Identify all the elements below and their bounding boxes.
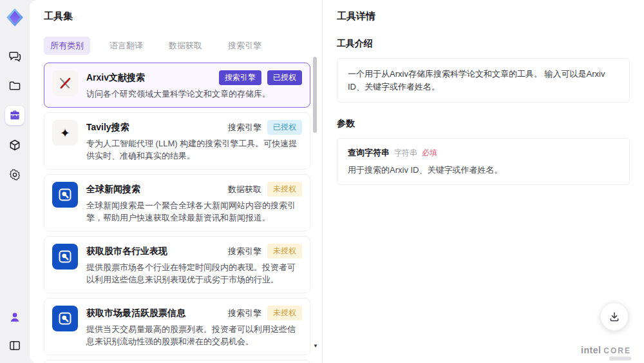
badge-group: 搜索引擎 未授权 bbox=[228, 306, 302, 320]
tool-card-regional-news[interactable]: 万维地区新闻查询 搜索引擎 未授权 查询具体行政区划内的新闻，快速了解各地新闻动 bbox=[44, 360, 310, 363]
card-body: Tavily搜索 搜索引擎 已授权 专为人工智能代理 (LLM) 构建的搜索引擎… bbox=[86, 120, 302, 162]
page-title: 工具集 bbox=[44, 10, 310, 23]
tool-name: Arxiv文献搜索 bbox=[86, 72, 145, 84]
download-button[interactable] bbox=[600, 302, 629, 331]
tab-search-engine[interactable]: 搜索引擎 bbox=[222, 37, 268, 55]
scrollbar-thumb[interactable] bbox=[313, 57, 317, 133]
toolbox-icon[interactable] bbox=[5, 106, 24, 125]
param-required-badge: 必填 bbox=[422, 148, 437, 159]
tool-name: 获取市场最活跃股票信息 bbox=[86, 308, 185, 319]
tool-list-panel: 工具集 所有类别 语言翻译 数据获取 搜索引擎 bbox=[30, 0, 322, 363]
badge-group: 搜索引擎 未授权 bbox=[228, 244, 302, 259]
card-body: 获取市场最活跃股票信息 搜索引擎 未授权 提供当天交易量最高的股票列表。投资者可… bbox=[86, 306, 302, 348]
sidebar-nav bbox=[5, 46, 24, 184]
news-search-logo-icon bbox=[52, 306, 78, 331]
app-logo-icon bbox=[4, 6, 26, 28]
auth-status-badge: 未授权 bbox=[267, 306, 302, 320]
tool-detail-panel: 工具详情 工具介绍 一个用于从Arxiv存储库搜索科学论文和文章的工具。 输入可… bbox=[322, 0, 644, 363]
card-body: 全球新闻搜索 数据获取 未授权 全球新闻搜索是一个聚合全球各大新闻网站内容的搜索… bbox=[86, 182, 302, 224]
badge-group: 搜索引擎 已授权 bbox=[219, 70, 302, 85]
detail-title: 工具详情 bbox=[337, 10, 630, 23]
card-top: 获取市场最活跃股票信息 搜索引擎 未授权 bbox=[86, 306, 302, 320]
list-scrollbar[interactable]: ▼ bbox=[313, 49, 317, 358]
auth-status-badge: 已授权 bbox=[267, 70, 302, 85]
tab-data-fetching[interactable]: 数据获取 bbox=[162, 37, 209, 55]
tool-description: 提供当天交易量最高的股票列表。投资者可以利用这些信息来识别流动性强的股票和潜在的… bbox=[86, 324, 302, 348]
params-heading: 参数 bbox=[337, 118, 630, 130]
intro-text: 一个用于从Arxiv存储库搜索科学论文和文章的工具。 输入可以是Arxiv ID… bbox=[348, 69, 605, 92]
intel-logo-sub-bar bbox=[609, 357, 631, 360]
auth-status-badge: 已授权 bbox=[267, 120, 302, 135]
scroll-down-arrow-icon[interactable]: ▼ bbox=[313, 343, 318, 349]
card-top: 全球新闻搜索 数据获取 未授权 bbox=[86, 182, 302, 197]
download-icon bbox=[609, 311, 620, 322]
intro-heading: 工具介绍 bbox=[337, 38, 630, 50]
category-badge: 搜索引擎 bbox=[219, 70, 261, 85]
tool-description: 提供股票市场各个行业在特定时间段内的表现。投资者可以利用这些信息来识别表现优于或… bbox=[86, 262, 302, 286]
sidebar-bottom-nav bbox=[5, 308, 24, 355]
badge-group: 数据获取 未授权 bbox=[228, 182, 302, 197]
tool-card-list: Arxiv文献搜索 搜索引擎 已授权 访问各个研究领域大量科学论文和文章的存储库… bbox=[44, 63, 310, 363]
category-label: 搜索引擎 bbox=[228, 308, 261, 319]
settings-gear-icon[interactable] bbox=[5, 165, 24, 184]
main-surface: 工具集 所有类别 语言翻译 数据获取 搜索引擎 bbox=[30, 0, 644, 363]
auth-status-badge: 未授权 bbox=[267, 244, 302, 259]
news-search-logo-icon bbox=[52, 244, 78, 270]
param-header-row: 查询字符串 字符串 必填 bbox=[348, 147, 619, 159]
badge-group: 搜索引擎 已授权 bbox=[228, 120, 302, 135]
card-top: Tavily搜索 搜索引擎 已授权 bbox=[86, 120, 302, 135]
param-card: 查询字符串 字符串 必填 用于搜索的Arxiv ID、关键字或作者姓名。 bbox=[337, 138, 630, 185]
intel-core-logo: intel core bbox=[581, 345, 631, 355]
tool-description: 专为人工智能代理 (LLM) 构建的搜索引擎工具。可快速提供实时、准确和真实的结… bbox=[86, 138, 302, 162]
category-label: 搜索引擎 bbox=[228, 122, 261, 133]
folder-icon[interactable] bbox=[5, 76, 24, 95]
tool-card-tavily[interactable]: ✦ Tavily搜索 搜索引擎 已授权 专为人工智能代理 (LLM) 构建的搜索… bbox=[44, 112, 310, 170]
tab-all-categories[interactable]: 所有类别 bbox=[44, 37, 90, 55]
four-point-star-glyph: ✦ bbox=[60, 127, 70, 139]
tool-name: 全球新闻搜索 bbox=[86, 184, 140, 195]
param-name: 查询字符串 bbox=[348, 147, 390, 159]
tab-language-translation[interactable]: 语言翻译 bbox=[103, 37, 149, 55]
tool-description: 全球新闻搜索是一个聚合全球各大新闻网站内容的搜索引擎，帮助用户快速获取全球最新资… bbox=[86, 200, 302, 224]
card-top: 获取股市各行业表现 搜索引擎 未授权 bbox=[86, 244, 302, 259]
auth-status-badge: 未授权 bbox=[267, 182, 302, 197]
user-avatar-icon[interactable] bbox=[5, 308, 24, 327]
intro-card: 一个用于从Arxiv存储库搜索科学论文和文章的工具。 输入可以是Arxiv ID… bbox=[337, 58, 630, 103]
collapse-panel-icon[interactable] bbox=[5, 336, 24, 355]
card-top: Arxiv文献搜索 搜索引擎 已授权 bbox=[86, 70, 302, 85]
intel-wordmark: intel bbox=[581, 345, 601, 355]
category-label: 搜索引擎 bbox=[228, 246, 261, 257]
sidebar bbox=[0, 0, 30, 363]
chat-icon[interactable] bbox=[5, 46, 24, 66]
tool-card-active-stocks[interactable]: 获取市场最活跃股票信息 搜索引擎 未授权 提供当天交易量最高的股票列表。投资者可… bbox=[44, 298, 310, 355]
card-body: 获取股市各行业表现 搜索引擎 未授权 提供股票市场各个行业在特定时间段内的表现。… bbox=[86, 244, 302, 286]
category-label: 数据获取 bbox=[228, 184, 261, 195]
tavily-star-icon: ✦ bbox=[52, 120, 78, 146]
news-search-logo-icon bbox=[52, 182, 78, 208]
models-cube-icon[interactable] bbox=[5, 135, 24, 155]
app-window: 工具集 所有类别 语言翻译 数据获取 搜索引擎 bbox=[0, 0, 644, 363]
tool-name: Tavily搜索 bbox=[86, 122, 129, 133]
param-description: 用于搜索的Arxiv ID、关键字或作者姓名。 bbox=[348, 164, 619, 176]
card-body: Arxiv文献搜索 搜索引擎 已授权 访问各个研究领域大量科学论文和文章的存储库… bbox=[86, 70, 302, 100]
tool-description: 访问各个研究领域大量科学论文和文章的存储库。 bbox=[86, 88, 302, 100]
category-tabs: 所有类别 语言翻译 数据获取 搜索引擎 bbox=[44, 37, 310, 55]
param-type: 字符串 bbox=[394, 148, 417, 159]
core-wordmark: core bbox=[603, 346, 631, 355]
tool-card-sector-performance[interactable]: 获取股市各行业表现 搜索引擎 未授权 提供股票市场各个行业在特定时间段内的表现。… bbox=[44, 236, 310, 293]
tool-name: 获取股市各行业表现 bbox=[86, 246, 167, 257]
tool-card-arxiv[interactable]: Arxiv文献搜索 搜索引擎 已授权 访问各个研究领域大量科学论文和文章的存储库… bbox=[44, 63, 310, 108]
arxiv-logo-icon bbox=[52, 70, 78, 96]
tool-card-global-news[interactable]: 全球新闻搜索 数据获取 未授权 全球新闻搜索是一个聚合全球各大新闻网站内容的搜索… bbox=[44, 174, 310, 231]
